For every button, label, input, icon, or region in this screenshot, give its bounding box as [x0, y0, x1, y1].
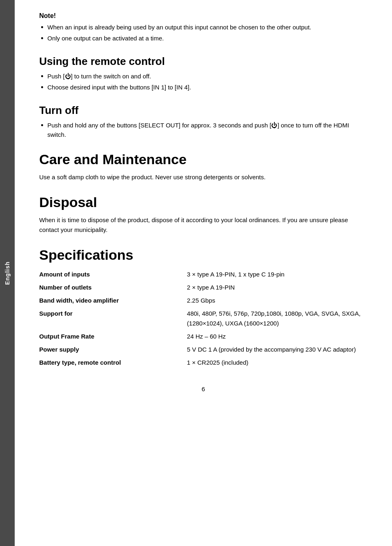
spec-value: 3 × type A 19-PIN, 1 x type C 19-pin [187, 268, 368, 281]
spec-row: Output Frame Rate24 Hz – 60 Hz [39, 330, 368, 343]
turn-off-list: Push and hold any of the buttons [SELECT… [39, 121, 368, 139]
care-section: Care and Maintenance Use a soft damp clo… [39, 152, 368, 182]
main-content: Note! When an input is already being use… [15, 0, 392, 417]
note-list: When an input is already being used by a… [39, 23, 368, 43]
specifications-heading: Specifications [39, 247, 368, 263]
spec-row: Band width, video amplifier2.25 Gbps [39, 294, 368, 307]
spec-row: Power supply5 V DC 1 A (provided by the … [39, 343, 368, 356]
disposal-section: Disposal When it is time to dispose of t… [39, 194, 368, 235]
spec-value: 5 V DC 1 A (provided by the accompanying… [187, 343, 368, 356]
spec-row: Amount of inputs3 × type A 19-PIN, 1 x t… [39, 268, 368, 281]
spec-label: Battery type, remote control [39, 356, 187, 369]
care-heading: Care and Maintenance [39, 152, 368, 167]
remote-control-section: Using the remote control Push [⏻] to tur… [39, 55, 368, 92]
specifications-table: Amount of inputs3 × type A 19-PIN, 1 x t… [39, 268, 368, 369]
note-label: Note! [39, 12, 368, 20]
specifications-section: Specifications Amount of inputs3 × type … [39, 247, 368, 369]
note-item-2: Only one output can be activated at a ti… [39, 34, 368, 43]
sidebar: English [0, 0, 15, 546]
spec-label: Band width, video amplifier [39, 294, 187, 307]
spec-row: Number of outlets2 × type A 19-PIN [39, 281, 368, 294]
spec-row: Battery type, remote control1 × CR2025 (… [39, 356, 368, 369]
spec-row: Support for480i, 480P, 576i, 576p, 720p,… [39, 307, 368, 330]
spec-value: 24 Hz – 60 Hz [187, 330, 368, 343]
spec-value: 1 × CR2025 (included) [187, 356, 368, 369]
sidebar-language: English [4, 261, 11, 285]
note-section: Note! When an input is already being use… [39, 12, 368, 43]
page-number: 6 [39, 386, 368, 392]
spec-label: Number of outlets [39, 281, 187, 294]
spec-value: 2 × type A 19-PIN [187, 281, 368, 294]
remote-control-list: Push [⏻] to turn the switch on and off. … [39, 72, 368, 92]
note-item-1: When an input is already being used by a… [39, 23, 368, 32]
spec-value: 480i, 480P, 576i, 576p, 720p,1080i, 1080… [187, 307, 368, 330]
care-body: Use a soft damp cloth to wipe the produc… [39, 172, 368, 182]
spec-value: 2.25 Gbps [187, 294, 368, 307]
turn-off-item-1: Push and hold any of the buttons [SELECT… [39, 121, 368, 139]
spec-label: Output Frame Rate [39, 330, 187, 343]
disposal-heading: Disposal [39, 194, 368, 210]
turn-off-section: Turn off Push and hold any of the button… [39, 104, 368, 139]
remote-control-item-2: Choose desired input with the buttons [I… [39, 83, 368, 92]
remote-control-heading: Using the remote control [39, 55, 368, 68]
spec-label: Support for [39, 307, 187, 330]
turn-off-heading: Turn off [39, 104, 368, 117]
spec-label: Power supply [39, 343, 187, 356]
remote-control-item-1: Push [⏻] to turn the switch on and off. [39, 72, 368, 81]
spec-label: Amount of inputs [39, 268, 187, 281]
disposal-body: When it is time to dispose of the produc… [39, 215, 368, 235]
